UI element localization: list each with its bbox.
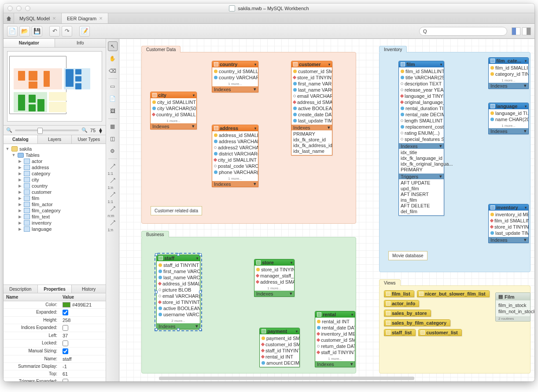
indexes-section[interactable]: Indexes▾ [489,237,528,243]
entity-address[interactable]: address▾address_id SMALLI...address VARC… [212,125,258,187]
column[interactable]: category_id TINY... [489,71,528,77]
column[interactable]: last_update TIME... [489,230,528,236]
eraser-tool[interactable]: ⌫ [108,66,118,76]
pan-tool[interactable]: ✋ [108,54,118,63]
prop-checkbox[interactable] [63,340,68,346]
indexes-section[interactable]: Indexes▾ [212,181,258,187]
diagram-canvas[interactable]: Customer Data Customer related data Inve… [119,39,534,381]
view-customer_list[interactable]: customer_list [418,329,462,336]
indexes-section[interactable]: Indexes▾ [212,86,258,92]
new-note-button[interactable]: 📝 [79,26,90,37]
relation-tool-0[interactable] [108,162,118,171]
resize-handle[interactable] [177,328,180,331]
h-scrollbar[interactable] [159,377,414,380]
column[interactable]: district VARCHAR(20) [212,151,258,157]
column[interactable]: create_date DATET... [291,111,332,118]
indexes-section[interactable]: Indexes▾ [254,291,294,296]
column[interactable]: last_name VARCH... [291,87,332,93]
tables-folder[interactable]: Tables [26,152,40,158]
info-tab[interactable]: Info [55,39,106,47]
column[interactable]: phone VARCHAR(20) [212,169,258,175]
tree-table-actor[interactable]: ▶actor [4,158,106,164]
entity-header[interactable]: payment▾ [260,328,299,334]
entity-header[interactable]: inventory▾ [489,204,528,211]
tree-table-film[interactable]: ▶film [4,195,106,201]
column[interactable]: rental_rate DECIM... [399,111,444,118]
column[interactable]: store_id TINYINT [254,266,294,273]
note-tool[interactable]: 📄 [108,94,118,104]
column[interactable]: title VARCHAR(255) [399,74,444,81]
routines-group[interactable]: ▤Film film_in_stockfilm_not_in_stock 2 r… [495,292,531,322]
column[interactable]: language_id TINYINT [399,93,444,99]
routine-film_not_in_stock[interactable]: film_not_in_stock [498,308,527,314]
catalog-tree[interactable]: ▼sakila ▼Tables ▶actor▶address▶category▶… [4,144,106,285]
indexes-section[interactable]: Indexes▾ [291,125,332,130]
prop-checkbox[interactable] [63,310,68,315]
entity-header[interactable]: staff▾ [157,255,200,261]
new-file-button[interactable]: 📄 [7,26,18,37]
open-file-button[interactable]: 📂 [19,26,30,37]
right-panel-toggle[interactable] [522,27,531,35]
column[interactable]: first_name VARC... [157,268,200,274]
zoom-out-button[interactable]: 🔍 [6,127,12,133]
relation-tool-3[interactable] [108,204,118,214]
doc-tab-eer-diagram[interactable]: EER Diagram× [62,13,108,23]
info-tabs-history[interactable]: History [72,285,106,293]
entity-header[interactable]: store▾ [254,259,294,266]
column[interactable]: last_update TIMES... [291,118,332,124]
view-sales_by_film_category[interactable]: sales_by_film_category [384,319,450,326]
entity-header[interactable]: rental▾ [315,311,355,318]
column[interactable]: film_id SMALLINT [489,65,528,71]
column[interactable]: store_id TINYINT [489,224,528,230]
column[interactable]: customer_id SMA... [260,341,299,348]
tree-table-customer[interactable]: ▶customer [4,189,106,195]
entity-header[interactable]: film_cate...▾ [489,58,528,64]
customer-note[interactable]: Customer related data [151,206,202,215]
column[interactable]: language_id TI... [489,110,528,116]
tree-table-address[interactable]: ▶address [4,164,106,170]
column[interactable]: rental_id INT [315,318,355,325]
inventory-note[interactable]: Movie database [388,251,427,260]
entity-customer[interactable]: customer▾customer_id SMAL...store_id TIN… [291,61,332,155]
entity-header[interactable]: address▾ [212,125,258,131]
entity-header[interactable]: country▾ [212,61,258,67]
indexes-section[interactable]: Indexes▾ [151,123,196,129]
schema-name[interactable]: sakila [19,146,32,152]
entity-language[interactable]: language▾language_id TI...name CHAR(20)1… [488,103,529,134]
left-panel-toggle[interactable] [512,27,520,35]
layer-tool[interactable]: ▭ [108,81,118,91]
column[interactable]: address_id SMALL... [291,99,332,105]
tree-table-film_text[interactable]: ▶film_text [4,214,106,220]
redo-button[interactable]: ↷ [62,26,72,37]
column[interactable]: staff_id TINYINT [260,348,299,354]
column[interactable]: film_id SMALLINT [489,218,528,224]
entity-header[interactable]: customer▾ [291,61,332,67]
column[interactable]: last_name VARC... [157,274,200,281]
column[interactable]: country VARCHAR(... [212,74,258,81]
tree-table-city[interactable]: ▶city [4,177,106,183]
close-tab-icon[interactable]: × [52,15,56,22]
column[interactable]: rental_id INT [260,354,299,360]
relation-tool-1[interactable] [108,176,118,185]
indexes-section[interactable]: Indexes▾ [489,83,528,89]
entity-header[interactable]: language▾ [489,103,528,109]
column[interactable]: username VARC... [157,311,200,318]
tree-table-category[interactable]: ▶category [4,170,106,177]
triggers-section[interactable]: Triggers▾ [399,174,444,179]
column[interactable]: amount DECIMA... [260,360,299,366]
column[interactable]: special_features SE... [399,136,444,142]
doc-tab-mysql-model[interactable]: MySQL Model× [14,13,62,23]
view-staff_list[interactable]: staff_list [384,329,416,336]
column[interactable]: rating ENUM(...) [399,130,444,136]
tree-table-country[interactable]: ▶country [4,183,106,189]
indexes-section[interactable]: Indexes▾ [489,128,528,134]
entity-payment[interactable]: payment▾payment_id SMA...customer_id SMA… [259,328,300,367]
column[interactable]: length SMALLINT [399,118,444,124]
zoom-stepper[interactable]: ▲▼ [98,128,103,133]
table-tool[interactable]: ▦ [108,122,118,131]
view-nicer_but_slower_film_list[interactable]: nicer_but_slower_film_list [417,290,490,297]
view-actor_info[interactable]: actor_info [384,300,419,307]
column[interactable]: postal_code VARC... [212,163,258,169]
column[interactable]: original_language_i... [399,99,444,105]
column[interactable]: inventory_id MED... [489,211,528,218]
